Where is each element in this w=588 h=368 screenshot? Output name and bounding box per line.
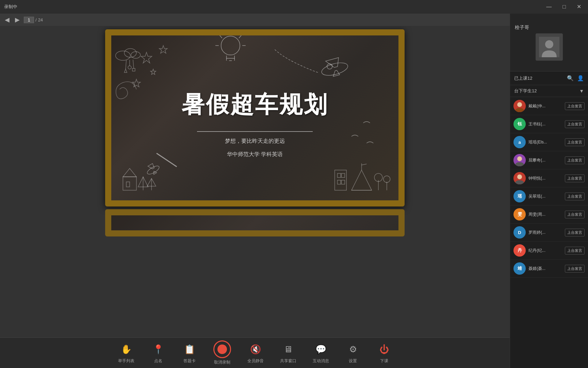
svg-point-2 <box>131 51 141 58</box>
offline-students-label: 台下学生12 <box>514 88 537 94</box>
stage-button[interactable]: 上台发言 <box>565 174 585 182</box>
svg-rect-30 <box>126 182 130 187</box>
svg-line-5 <box>126 60 126 69</box>
student-avatar: a <box>513 136 526 148</box>
dropdown-arrow-icon: ▼ <box>579 88 584 94</box>
stage-button[interactable]: 上台发言 <box>565 120 585 128</box>
svg-point-0 <box>116 51 130 60</box>
search-icon[interactable]: 🔍 <box>567 75 574 81</box>
total-pages: 24 <box>38 17 43 22</box>
stage-button[interactable]: 上台发言 <box>565 247 585 255</box>
student-list: 戴戴(仲...上台发言钰王书钰(...上台发言a瑶瑶(Els...上台发言屈攀奇… <box>510 97 588 368</box>
students-online-label: 已上课12 <box>514 75 532 81</box>
teacher-avatar <box>536 33 563 61</box>
stage-button[interactable]: 上台发言 <box>565 102 585 110</box>
svg-marker-11 <box>132 79 141 87</box>
stage-button[interactable]: 上台发言 <box>565 211 585 218</box>
close-button[interactable]: ✕ <box>574 3 584 10</box>
student-item: 丹纪丹(纪...上台发言 <box>510 242 588 260</box>
teacher-avatar-wrapper <box>536 33 563 61</box>
slide-subtitle2: 华中师范大学 学科英语 <box>227 151 283 158</box>
svg-marker-32 <box>138 177 148 187</box>
settings-label: 设置 <box>349 358 357 364</box>
student-item: 靖聂婧(聂...上台发言 <box>510 260 588 278</box>
page-input[interactable] <box>24 17 34 23</box>
student-avatar: 雯 <box>513 208 526 220</box>
svg-marker-25 <box>332 70 340 76</box>
stage-button[interactable]: 上台发言 <box>565 156 585 164</box>
title-bar: 录制中 — □ ✕ <box>0 0 588 14</box>
svg-rect-39 <box>341 180 345 184</box>
interact-msg-label: 互动消息 <box>313 358 329 364</box>
student-item: D罗雨婷(...上台发言 <box>510 224 588 242</box>
svg-point-26 <box>327 64 332 69</box>
svg-point-45 <box>374 173 382 182</box>
offline-students-dropdown[interactable]: 台下学生12 ▼ <box>510 85 588 97</box>
stage-button[interactable]: 上台发言 <box>565 265 585 273</box>
svg-marker-9 <box>141 52 152 63</box>
student-item: a瑶瑶(Els...上台发言 <box>510 133 588 151</box>
student-name: 周雯(周... <box>528 212 562 217</box>
stage-button[interactable]: 上台发言 <box>565 193 585 200</box>
svg-marker-12 <box>150 69 156 75</box>
teacher-section: 栓子哥 <box>510 14 588 72</box>
interact-msg-icon: 💬 <box>313 342 328 357</box>
prev-slide-button[interactable]: ◀ <box>3 15 11 24</box>
share-window-icon: 🖥 <box>281 342 296 357</box>
add-student-icon[interactable]: 👤 <box>577 75 584 81</box>
maximize-button[interactable]: □ <box>560 3 569 10</box>
student-item: 雯周雯(周...上台发言 <box>510 205 588 224</box>
answer-card-icon: 📋 <box>182 342 197 357</box>
roll-call-label: 点名 <box>154 358 162 364</box>
student-avatar: D <box>513 226 526 239</box>
svg-marker-6 <box>124 69 127 73</box>
slide-toolbar: ◀ ▶ / 24 <box>0 14 510 26</box>
end-class-label: 下课 <box>380 358 388 364</box>
toolbar-item-hand-list[interactable]: ✋ 举手列表 <box>118 342 134 364</box>
svg-rect-8 <box>132 68 135 71</box>
student-name: 吴翠瑶(... <box>528 194 562 199</box>
student-name: 戴戴(仲... <box>528 103 562 109</box>
student-avatar: 瑶 <box>513 190 526 202</box>
svg-point-4 <box>128 66 131 69</box>
student-avatar <box>513 100 526 112</box>
toolbar-item-settings[interactable]: ⚙ 设置 <box>345 342 360 364</box>
minimize-button[interactable]: — <box>543 3 554 10</box>
toolbar-item-roll-call[interactable]: 📍 点名 <box>151 342 166 364</box>
stop-record-label: 取消录制 <box>214 359 230 365</box>
svg-point-48 <box>146 164 160 175</box>
student-item: 钰王书钰(...上台发言 <box>510 115 588 133</box>
blackboard-inner: 暑假超车规划 梦想，要比昨天走的更远 华中师范大学 学科英语 <box>111 35 398 200</box>
stage-button[interactable]: 上台发言 <box>565 138 585 146</box>
full-mute-icon: 🔇 <box>248 342 263 357</box>
answer-card-label: 答题卡 <box>183 358 196 364</box>
page-indicator: / 24 <box>24 17 43 23</box>
toolbar-item-full-mute[interactable]: 🔇 全员静音 <box>247 342 264 364</box>
toolbar-item-share-window[interactable]: 🖥 共享窗口 <box>280 342 296 364</box>
student-name: 罗雨婷(... <box>528 230 562 235</box>
main-area: ◀ ▶ / 24 <box>0 14 588 368</box>
second-slide-preview <box>105 209 405 236</box>
header-icons: 🔍 👤 <box>567 75 584 81</box>
toolbar-item-answer-card[interactable]: 📋 答题卡 <box>182 342 197 364</box>
student-item: 瑶吴翠瑶(...上台发言 <box>510 187 588 205</box>
end-class-icon: ⏻ <box>377 342 392 357</box>
svg-point-1 <box>124 49 136 58</box>
svg-line-27 <box>157 153 177 167</box>
svg-point-23 <box>320 60 349 78</box>
bottom-toolbar: ✋ 举手列表 📍 点名 📋 答题卡 取消录制 🔇 全员静音 🖥 共享窗口 <box>0 337 510 368</box>
svg-marker-34 <box>147 179 156 186</box>
full-mute-label: 全员静音 <box>247 358 264 364</box>
toolbar-item-interact-msg[interactable]: 💬 互动消息 <box>313 342 329 364</box>
roll-call-icon: 📍 <box>151 342 166 357</box>
toolbar-item-stop-record[interactable]: 取消录制 <box>213 340 231 365</box>
svg-marker-29 <box>123 168 136 177</box>
svg-rect-38 <box>337 180 341 184</box>
toolbar-item-end-class[interactable]: ⏻ 下课 <box>377 342 392 364</box>
presentation-area: ◀ ▶ / 24 <box>0 14 510 368</box>
svg-line-7 <box>133 60 134 68</box>
svg-marker-49 <box>148 164 155 170</box>
student-name: 瑶瑶(Els... <box>528 139 562 145</box>
stage-button[interactable]: 上台发言 <box>565 229 585 236</box>
next-slide-button[interactable]: ▶ <box>14 15 21 24</box>
